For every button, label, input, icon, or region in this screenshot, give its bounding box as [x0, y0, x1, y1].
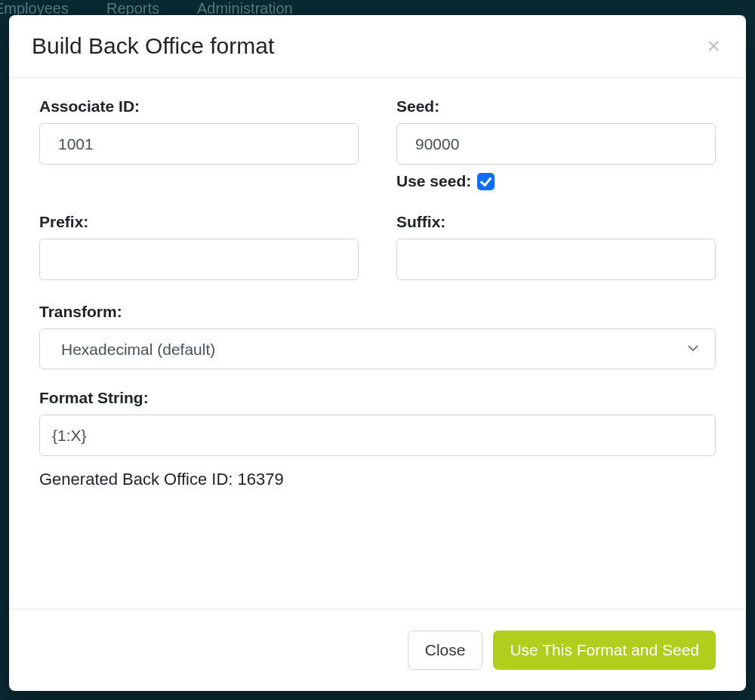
- seed-label: Seed:: [396, 97, 716, 116]
- modal-footer: Close Use This Format and Seed: [9, 609, 746, 691]
- generated-id-text: Generated Back Office ID: 16379: [39, 470, 716, 489]
- use-seed-label: Use seed:: [396, 172, 471, 190]
- generated-id-label: Generated Back Office ID:: [39, 470, 238, 489]
- suffix-label: Suffix:: [396, 213, 716, 231]
- close-button[interactable]: Close: [408, 631, 483, 670]
- format-string-label: Format String:: [39, 389, 716, 407]
- modal-build-back-office-format: Build Back Office format × Associate ID:…: [9, 15, 746, 691]
- modal-title: Build Back Office format: [32, 33, 274, 59]
- seed-input[interactable]: [396, 123, 716, 165]
- associate-id-label: Associate ID:: [39, 97, 359, 116]
- generated-id-value: 16379: [238, 470, 284, 489]
- prefix-input[interactable]: [39, 239, 359, 280]
- close-icon[interactable]: ×: [704, 35, 723, 57]
- format-string-input[interactable]: [39, 415, 716, 456]
- use-seed-checkbox[interactable]: [477, 173, 495, 190]
- associate-id-input[interactable]: [39, 123, 359, 165]
- prefix-label: Prefix:: [39, 213, 359, 231]
- modal-body: Associate ID: Seed: Use seed: Prefix: Su…: [9, 78, 746, 609]
- suffix-input[interactable]: [396, 239, 716, 280]
- modal-header: Build Back Office format ×: [9, 15, 746, 78]
- transform-select[interactable]: Hexadecimal (default): [39, 328, 716, 369]
- use-format-and-seed-button[interactable]: Use This Format and Seed: [493, 631, 716, 670]
- transform-label: Transform:: [39, 303, 716, 321]
